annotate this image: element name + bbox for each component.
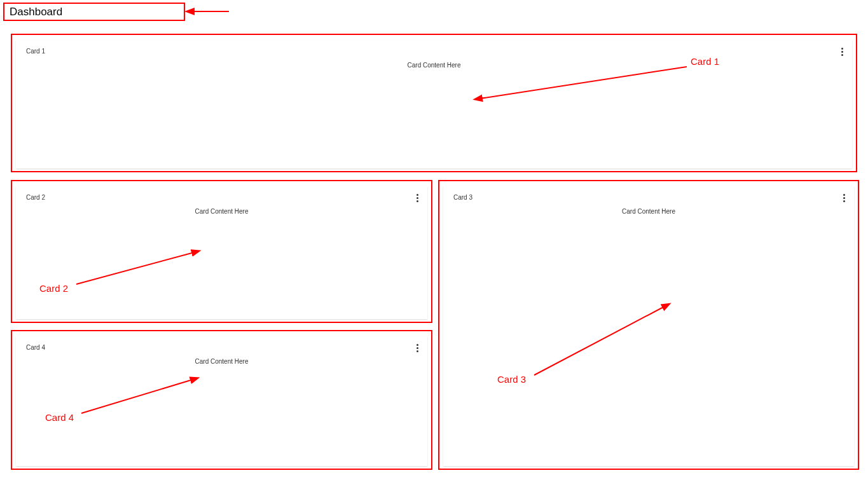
card-1: Card 1 Card Content Here — [11, 34, 857, 172]
card-1-title: Card 1 — [26, 48, 45, 55]
arrow-to-title — [184, 5, 235, 18]
card-3-inner: Card 3 Card Content Here — [443, 186, 854, 466]
page-title: Dashboard — [10, 6, 62, 18]
card-3-title: Card 3 — [453, 194, 472, 201]
annotation-label-card3: Card 3 — [497, 374, 526, 385]
more-vert-icon[interactable] — [412, 193, 422, 203]
card-2: Card 2 Card Content Here — [11, 180, 432, 323]
more-vert-icon[interactable] — [839, 193, 849, 203]
more-vert-icon[interactable] — [837, 46, 847, 57]
card-2-content: Card Content Here — [16, 208, 427, 215]
card-4-inner: Card 4 Card Content Here — [16, 336, 427, 466]
annotation-label-card4: Card 4 — [45, 412, 74, 423]
annotation-label-card1: Card 1 — [691, 56, 719, 67]
card-2-title: Card 2 — [26, 194, 45, 201]
annotation-label-card2: Card 2 — [39, 283, 68, 294]
page-title-box: Dashboard — [3, 3, 185, 21]
card-3: Card 3 Card Content Here — [438, 180, 859, 470]
card-1-content: Card Content Here — [16, 62, 852, 69]
card-2-inner: Card 2 Card Content Here — [16, 186, 427, 319]
card-4: Card 4 Card Content Here — [11, 330, 432, 470]
card-1-inner: Card 1 Card Content Here — [16, 40, 852, 168]
more-vert-icon[interactable] — [412, 343, 422, 353]
card-4-content: Card Content Here — [16, 358, 427, 365]
card-3-content: Card Content Here — [443, 208, 854, 215]
card-4-title: Card 4 — [26, 344, 45, 351]
